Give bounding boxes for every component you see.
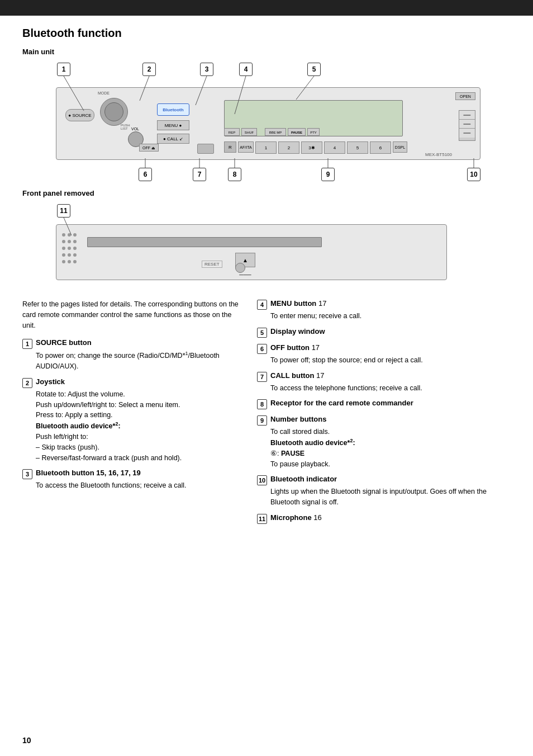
afita-btn: AF/ITA [238, 141, 254, 153]
desc-right-column: 4 MENU button 17 To enter menu; receive … [257, 299, 511, 530]
item-7-title: CALL button 17 [270, 371, 325, 380]
num3-btn: 3✱ [301, 141, 322, 154]
source-button-diagram: ● SOURCE [65, 109, 94, 121]
bbemp-btn: BBE MP [265, 128, 286, 136]
item-6-box: 6 [257, 344, 267, 354]
callout-9: 9 [321, 168, 335, 181]
desc-item-10: 10 Bluetooth indicator Lights up when th… [257, 475, 511, 508]
callout-1: 1 [57, 63, 70, 76]
item-11-box: 11 [257, 514, 267, 524]
desc-item-6: 6 OFF button 17 To power off; stop the s… [257, 343, 511, 366]
number-btns-row: R AF/ITA 1 2 3✱ 4 5 6 DSPL [224, 141, 425, 154]
item-3-header: 3 Bluetooth button 15, 16, 17, 19 [22, 469, 240, 479]
pause-btn: PAUSE [288, 128, 306, 136]
item-3-body: To access the Bluetooth functions; recei… [22, 480, 240, 491]
cd-slot-diagram [87, 237, 322, 247]
item-9-box: 9 [257, 415, 267, 426]
intro-text: Refer to the pages listed for details. T… [22, 299, 240, 330]
callout-2: 2 [142, 63, 156, 76]
bt-indicator-diagram: ═══ ═══ ═══ [459, 110, 475, 141]
item-10-box: 10 [257, 475, 267, 485]
item-5-title: Display window [270, 327, 325, 336]
item-8-box: 8 [257, 399, 267, 409]
desc-item-1: 1 SOURCE button To power on; change the … [22, 338, 240, 372]
mode-label: MODE [98, 91, 110, 95]
item-2-title: Joystick [36, 377, 65, 386]
item-2-body: Rotate to: Adjust the volume. Push up/do… [22, 389, 240, 463]
item-4-title: MENU button 17 [270, 299, 326, 308]
front-panel-diagram: 11 ▲─── RESET [22, 202, 503, 291]
item-9-body: To call stored dials. Bluetooth audio de… [257, 427, 511, 469]
page-number: 10 [22, 736, 31, 745]
item-6-header: 6 OFF button 17 [257, 343, 511, 354]
desc-item-2: 2 Joystick Rotate to: Adjust the volume.… [22, 377, 240, 463]
item-2-header: 2 Joystick [22, 377, 240, 388]
item-1-header: 1 SOURCE button [22, 338, 240, 349]
item-3-title: Bluetooth button 15, 16, 17, 19 [36, 469, 141, 477]
item-10-title: Bluetooth indicator [270, 475, 337, 483]
r-btn: R [224, 141, 236, 153]
power-hole-diagram [235, 263, 245, 273]
open-btn-diagram: OPEN [455, 92, 475, 100]
num2-btn: 2 [278, 141, 299, 154]
item-10-header: 10 Bluetooth indicator [257, 475, 511, 485]
item-1-title: SOURCE button [36, 338, 92, 347]
item-3-box: 3 [22, 469, 32, 479]
microphone-grid [62, 233, 78, 270]
desc-item-11: 11 Microphone 16 [257, 513, 511, 524]
item-9-title: Number buttons [270, 415, 326, 423]
top-bar [0, 0, 533, 16]
shuf-btn: SHUF [241, 128, 257, 136]
callout-7: 7 [193, 168, 206, 181]
bluetooth-btn-diagram: Bluetooth [157, 103, 189, 116]
item-2-box: 2 [22, 378, 32, 388]
section-main-unit-label: Main unit [22, 48, 511, 56]
item-2-bold: Bluetooth audio device*2: [36, 422, 121, 430]
off-btn-diagram: OFF ⏏ [139, 144, 159, 152]
dspl-btn: DSPL [393, 141, 407, 153]
num1-btn: 1 [255, 141, 277, 154]
item-4-body: To enter menu; receive a call. [257, 311, 511, 322]
rep-btn: REP [224, 128, 240, 136]
desc-item-7: 7 CALL button 17 To access the telephone… [257, 371, 511, 394]
item-6-title: OFF button 17 [270, 343, 320, 352]
num6-btn: 6 [370, 141, 391, 154]
item-1-box: 1 [22, 339, 32, 349]
top-btn-row: REP SHUF BBE MP PAUSE PTY [224, 128, 425, 137]
callout-5: 5 [307, 63, 321, 76]
item-8-header: 8 Receptor for the card remote commander [257, 399, 511, 409]
item-5-box: 5 [257, 328, 267, 338]
call-btn-diagram: ● CALL ↙ [157, 134, 189, 144]
joystick-inner [104, 102, 123, 121]
callout-10: 10 [467, 168, 480, 181]
model-label: MEX-BT5100 [425, 152, 452, 157]
item-7-header: 7 CALL button 17 [257, 371, 511, 382]
item-9-header: 9 Number buttons [257, 415, 511, 426]
item-8-title: Receptor for the card remote commander [270, 399, 413, 407]
front-device-body: ▲─── RESET [56, 224, 447, 280]
item-4-box: 4 [257, 300, 267, 310]
device-body: ● SOURCE MODE Bluetooth MENU ● ● CALL ↙ … [56, 87, 480, 160]
description-section: Refer to the pages listed for details. T… [22, 299, 511, 530]
vol-label: VOL [131, 127, 139, 131]
desc-item-8: 8 Receptor for the card remote commander [257, 399, 511, 409]
receptor-diagram [197, 144, 214, 154]
item-7-box: 7 [257, 372, 267, 382]
desc-item-4: 4 MENU button 17 To enter menu; receive … [257, 299, 511, 322]
item-11-title: Microphone 16 [270, 513, 322, 522]
item-5-header: 5 Display window [257, 327, 511, 338]
item-6-body: To power off; stop the source; end or re… [257, 355, 511, 366]
desc-left-column: Refer to the pages listed for details. T… [22, 299, 240, 530]
item-7-body: To access the telephone functions; recei… [257, 383, 511, 394]
item-4-header: 4 MENU button 17 [257, 299, 511, 310]
item-1-body: To power on; change the source (Radio/CD… [22, 350, 240, 372]
menu-btn-diagram: MENU ● [157, 120, 189, 130]
num4-btn: 4 [324, 141, 345, 154]
push-list-label: PUSHLIST [121, 124, 130, 130]
page-content: Bluetooth function Main unit 1 2 3 4 5 ●… [0, 16, 533, 546]
desc-item-5: 5 Display window [257, 327, 511, 338]
main-unit-diagram: 1 2 3 4 5 ● SOURCE MODE Bluetooth MENU ●… [22, 60, 503, 189]
desc-item-9: 9 Number buttons To call stored dials. B… [257, 415, 511, 469]
page-title: Bluetooth function [22, 27, 511, 40]
callout-3: 3 [200, 63, 213, 76]
